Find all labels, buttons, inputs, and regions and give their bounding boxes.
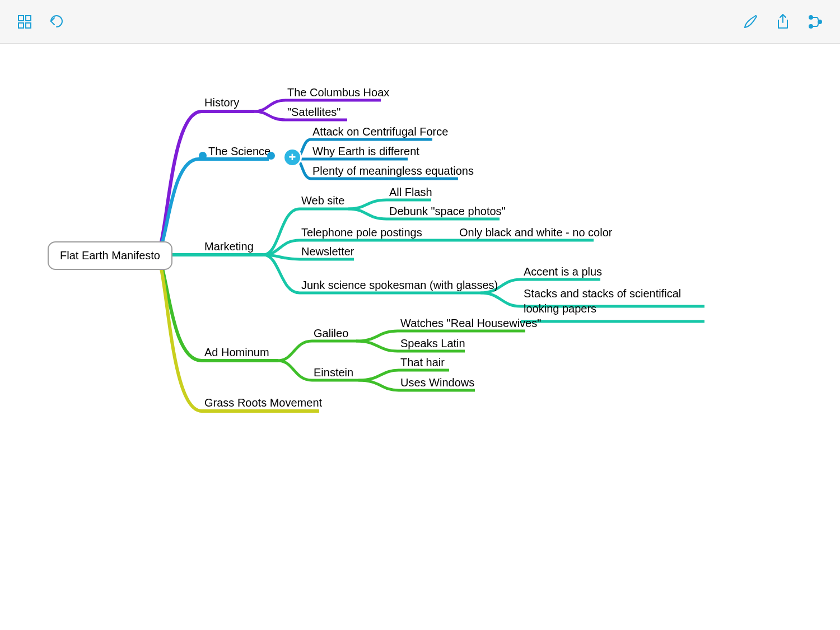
node-website-label: Web site <box>301 194 344 207</box>
svg-rect-0 <box>18 16 24 21</box>
node-spokesman[interactable]: Junk science spokesman (with glasses) <box>301 279 498 292</box>
node-accent[interactable]: Accent is a plus <box>524 265 602 278</box>
pen-icon[interactable] <box>739 11 762 33</box>
node-satellites[interactable]: "Satellites" <box>287 106 340 119</box>
node-galileo-label: Galileo <box>314 327 348 339</box>
node-stacks-label: Stacks and stacks of scientifical lookin… <box>524 287 681 315</box>
node-debunk[interactable]: Debunk "space photos" <box>389 205 506 218</box>
node-spokesman-label: Junk science spokesman (with glasses) <box>301 279 498 291</box>
node-adhom[interactable]: Ad Hominum <box>204 346 269 359</box>
node-grassroots-label: Grass Roots Movement <box>204 396 322 409</box>
node-science[interactable]: The Science <box>208 145 270 158</box>
style-icon[interactable] <box>804 11 827 33</box>
node-why-diff-label: Why Earth is different <box>312 145 419 157</box>
share-icon[interactable] <box>772 11 794 33</box>
node-housewives-label: Watches "Real Housewives" <box>400 317 541 329</box>
node-allflash-label: All Flash <box>389 186 432 198</box>
node-windows[interactable]: Uses Windows <box>400 376 474 389</box>
root-node[interactable]: Flat Earth Manifesto <box>48 241 172 270</box>
node-bw[interactable]: Only black and white - no color <box>459 226 612 239</box>
node-allflash[interactable]: All Flash <box>389 186 432 199</box>
svg-rect-2 <box>18 23 24 28</box>
svg-rect-3 <box>26 23 31 28</box>
node-newsletter[interactable]: Newsletter <box>301 245 354 258</box>
node-grassroots[interactable]: Grass Roots Movement <box>204 396 322 409</box>
node-debunk-label: Debunk "space photos" <box>389 205 506 217</box>
node-marketing[interactable]: Marketing <box>204 240 254 253</box>
grid-icon[interactable] <box>13 11 36 33</box>
toolbar <box>0 0 840 44</box>
node-galileo[interactable]: Galileo <box>314 327 348 340</box>
selection-dot-left[interactable] <box>199 152 207 160</box>
node-centrifugal-label: Attack on Centrifugal Force <box>312 125 448 138</box>
undo-icon[interactable] <box>46 11 68 33</box>
node-einstein-label: Einstein <box>314 366 353 379</box>
root-label: Flat Earth Manifesto <box>60 249 160 262</box>
node-windows-label: Uses Windows <box>400 376 474 389</box>
node-history[interactable]: History <box>204 96 239 109</box>
node-stacks[interactable]: Stacks and stacks of scientifical lookin… <box>524 286 703 316</box>
node-hair[interactable]: That hair <box>400 356 445 369</box>
node-hair-label: That hair <box>400 356 445 368</box>
node-centrifugal[interactable]: Attack on Centrifugal Force <box>312 125 448 138</box>
node-adhom-label: Ad Hominum <box>204 346 269 358</box>
svg-rect-1 <box>26 16 31 21</box>
node-housewives[interactable]: Watches "Real Housewives" <box>400 317 541 330</box>
svg-point-4 <box>809 16 813 19</box>
node-telephone[interactable]: Telephone pole postings <box>301 226 422 239</box>
node-accent-label: Accent is a plus <box>524 265 602 278</box>
node-columbus[interactable]: The Columbus Hoax <box>287 86 389 99</box>
node-einstein[interactable]: Einstein <box>314 366 353 379</box>
node-telephone-label: Telephone pole postings <box>301 226 422 239</box>
svg-point-6 <box>818 20 822 24</box>
node-latin-label: Speaks Latin <box>400 337 465 349</box>
svg-point-5 <box>809 25 813 28</box>
node-why-diff[interactable]: Why Earth is different <box>312 145 419 158</box>
selection-dot-right[interactable] <box>267 152 275 160</box>
node-history-label: History <box>204 96 239 109</box>
node-equations-label: Plenty of meaningless equations <box>312 165 474 177</box>
node-equations[interactable]: Plenty of meaningless equations <box>312 165 474 178</box>
node-latin[interactable]: Speaks Latin <box>400 337 465 350</box>
node-newsletter-label: Newsletter <box>301 245 354 258</box>
node-science-label: The Science <box>208 145 270 157</box>
add-child-button[interactable]: + <box>283 148 302 167</box>
node-columbus-label: The Columbus Hoax <box>287 86 389 99</box>
node-marketing-label: Marketing <box>204 240 254 253</box>
node-website[interactable]: Web site <box>301 194 344 207</box>
node-satellites-label: "Satellites" <box>287 106 340 118</box>
node-bw-label: Only black and white - no color <box>459 226 612 239</box>
mindmap-canvas[interactable]: Flat Earth Manifesto History The Columbu… <box>0 44 840 630</box>
